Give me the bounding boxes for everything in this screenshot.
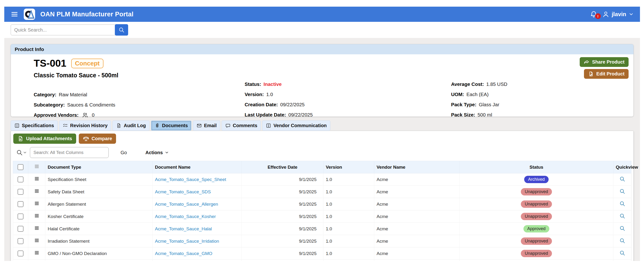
- effective-date-cell: 9/1/2025: [242, 174, 324, 186]
- detail-value: 09/22/2025: [280, 102, 305, 108]
- row-checkbox[interactable]: [18, 214, 24, 220]
- column-header-document-name[interactable]: Document Name: [152, 161, 242, 174]
- tab-revision-history[interactable]: Revision History: [59, 120, 111, 131]
- user-icon: [602, 11, 609, 18]
- chevron-down-icon: [23, 150, 27, 155]
- column-header-status[interactable]: Status: [460, 161, 614, 174]
- version-cell: 2.0: [324, 260, 374, 261]
- detail-label: Version:: [245, 92, 264, 97]
- product-details-column-2: Status:InactiveVersion:1.0Creation Date:…: [245, 79, 313, 120]
- detail-value: Glass Jar: [479, 102, 500, 108]
- detail-label: Pack Type:: [451, 102, 476, 108]
- app-window: OAN PLM Manufacturer Portal ! jlavin Pro…: [4, 7, 640, 261]
- column-header-vendor-name[interactable]: Vendor Name: [374, 161, 460, 174]
- product-detail-line: Average Cost:1.85 USD: [451, 79, 507, 89]
- checklist-icon: [63, 123, 68, 128]
- tab-comments[interactable]: Comments: [222, 120, 261, 131]
- notification-badge: !: [595, 13, 601, 19]
- effective-date-cell: 9/1/2025: [242, 198, 324, 210]
- doc-name-link[interactable]: Acme_Tomato_Sauce_GMO: [155, 251, 212, 256]
- quickview-icon[interactable]: [619, 238, 625, 244]
- row-checkbox[interactable]: [18, 238, 24, 244]
- upload-attachments-button[interactable]: Upload Attachments: [13, 134, 76, 144]
- product-detail-line: Approved Vendors:0: [34, 110, 115, 120]
- row-menu-icon[interactable]: [34, 238, 40, 243]
- notifications-button[interactable]: !: [590, 10, 598, 18]
- effective-date-cell: 9/1/2025: [242, 186, 324, 198]
- doc-name-link[interactable]: Acme_Tomato_Sauce_Irridation: [155, 239, 219, 244]
- share-product-button[interactable]: Share Product: [580, 57, 628, 67]
- column-header-effective-date[interactable]: Effective Date: [242, 161, 324, 174]
- vendor-name-cell: Acme: [374, 210, 460, 223]
- quickview-icon[interactable]: [619, 213, 625, 219]
- search-icon: [16, 149, 23, 156]
- vendor-name-cell: Acme: [374, 223, 460, 235]
- quick-search-button[interactable]: [115, 24, 128, 36]
- row-menu-icon[interactable]: [34, 226, 40, 231]
- product-info-body: TS-001 Concept Classic Tomato Sauce - 50…: [11, 54, 634, 117]
- doc-type-cell: GMO / Non-GMO Declaration: [45, 248, 152, 260]
- quickview-icon[interactable]: [619, 250, 625, 256]
- upload-document-icon: [17, 136, 24, 142]
- info-icon: [14, 123, 20, 128]
- actions-menu-button[interactable]: Actions: [144, 150, 170, 156]
- doc-name-link[interactable]: Acme_Tomato_Sauce_Allergen: [155, 202, 218, 206]
- column-header-version[interactable]: Version: [324, 161, 374, 174]
- compare-button[interactable]: Compare: [79, 134, 116, 144]
- report-search-input[interactable]: [30, 147, 109, 158]
- column-header-document-type[interactable]: Document Type: [45, 161, 152, 174]
- product-detail-line: Creation Date:09/22/2025: [245, 100, 313, 110]
- row-menu-icon[interactable]: [34, 213, 40, 218]
- row-menu-icon[interactable]: [34, 201, 40, 206]
- row-checkbox[interactable]: [18, 201, 24, 207]
- row-checkbox[interactable]: [18, 250, 24, 256]
- tab-vendor-communication[interactable]: Vendor Communication: [262, 120, 330, 131]
- tab-email[interactable]: Email: [193, 120, 220, 131]
- quickview-icon[interactable]: [619, 225, 625, 231]
- version-cell: 1.0: [324, 174, 374, 186]
- row-menu-icon[interactable]: [34, 250, 40, 256]
- effective-date-cell: 9/1/2025: [242, 248, 324, 260]
- select-all-checkbox[interactable]: [18, 164, 24, 170]
- row-checkbox[interactable]: [18, 176, 24, 182]
- documents-panel: Upload Attachments Compare Go Actions: [11, 131, 634, 261]
- product-detail-line: Pack Type:Glass Jar: [451, 100, 507, 110]
- doc-name-link[interactable]: Acme_Tomato_Sauce_Kosher: [155, 214, 216, 219]
- top-navigation-bar: OAN PLM Manufacturer Portal ! jlavin: [4, 7, 640, 22]
- search-column-selector[interactable]: [16, 149, 27, 156]
- detail-value: 1.0: [266, 92, 273, 97]
- edit-product-button[interactable]: Edit Product: [584, 69, 628, 79]
- doc-name-link[interactable]: Acme_Tomato_Sauce_Halal: [155, 226, 212, 231]
- column-header-quickview[interactable]: Quickview: [614, 161, 632, 174]
- document-icon: [116, 123, 122, 128]
- detail-label: Subcategory:: [34, 102, 65, 108]
- effective-date-cell: 10/2/2025: [242, 260, 324, 261]
- status-badge: Unapproved: [521, 250, 552, 257]
- doc-name-link[interactable]: Acme_Tomato_Sauce_Spec_Sheet: [155, 177, 226, 182]
- quickview-icon[interactable]: [619, 188, 625, 194]
- vendor-name-cell: Acme: [374, 186, 460, 198]
- go-button[interactable]: Go: [119, 150, 128, 156]
- hamburger-icon[interactable]: [10, 11, 18, 18]
- detail-label: Creation Date:: [245, 102, 278, 108]
- product-code: TS-001: [34, 58, 66, 69]
- quick-search-input[interactable]: [11, 24, 116, 35]
- user-menu[interactable]: jlavin: [602, 11, 634, 18]
- quickview-icon[interactable]: [619, 176, 625, 182]
- detail-value: 500 ml: [478, 112, 492, 118]
- product-name: Classic Tomato Sauce - 500ml: [34, 72, 118, 79]
- tab-documents[interactable]: Documents: [151, 120, 192, 131]
- tab-specifications[interactable]: Specifications: [11, 120, 58, 131]
- row-menu-icon[interactable]: [34, 176, 40, 182]
- row-checkbox[interactable]: [18, 226, 24, 232]
- table-row: Irradiation StatementAcme_Tomato_Sauce_I…: [13, 235, 632, 248]
- tab-audit-log[interactable]: Audit Log: [112, 120, 149, 131]
- app-title: OAN PLM Manufacturer Portal: [40, 11, 133, 18]
- table-row: Kosher CertificateAcme_Tomato_Sauce_Kosh…: [13, 210, 632, 223]
- row-menu-icon[interactable]: [34, 188, 40, 194]
- quickview-icon[interactable]: [619, 201, 625, 206]
- doc-name-link[interactable]: Acme_Tomato_Sauce_SDS: [155, 189, 211, 194]
- tab-label: Specifications: [22, 123, 54, 128]
- row-checkbox[interactable]: [18, 189, 24, 195]
- edit-document-icon: [588, 71, 594, 77]
